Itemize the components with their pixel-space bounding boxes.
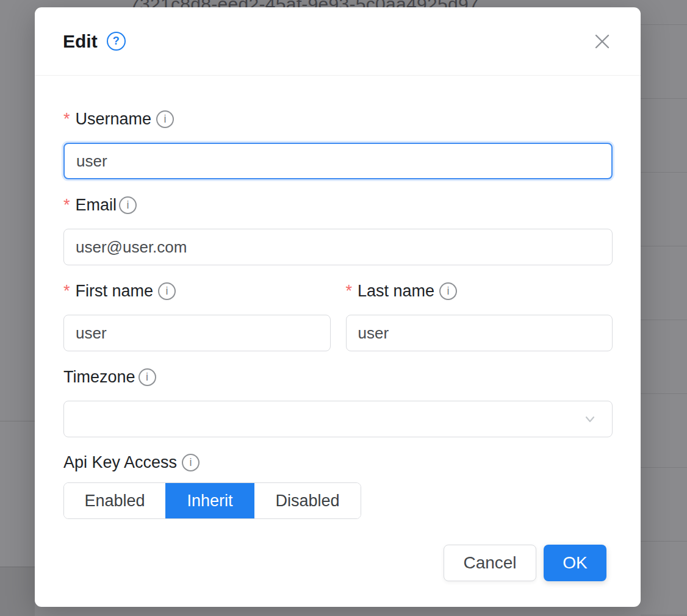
username-label: * Username i (63, 110, 613, 128)
required-marker: * (346, 283, 353, 299)
email-label-text: Email (76, 197, 117, 213)
email-input[interactable] (63, 229, 613, 265)
first-name-column: * First name i (63, 282, 331, 368)
cancel-button[interactable]: Cancel (444, 545, 536, 581)
info-icon[interactable]: i (439, 282, 457, 300)
last-name-input[interactable] (346, 315, 613, 351)
backdrop-row-divider (0, 421, 35, 421)
required-marker: * (63, 283, 70, 299)
api-key-access-label-text: Api Key Access (63, 454, 177, 471)
timezone-select[interactable] (63, 401, 613, 437)
required-marker: * (63, 197, 70, 213)
timezone-label-text: Timezone (63, 369, 135, 385)
last-name-column: * Last name i (346, 282, 613, 368)
first-name-input[interactable] (63, 315, 331, 351)
name-fields-row: * First name i * Last name i (63, 282, 613, 368)
info-icon[interactable]: i (119, 196, 137, 214)
dialog-header: Edit ? (35, 7, 641, 76)
required-marker: * (63, 111, 70, 127)
first-name-label: * First name i (63, 282, 331, 300)
dialog-title: Edit (63, 31, 98, 52)
segment-inherit[interactable]: Inherit (165, 483, 254, 518)
chevron-down-icon (581, 410, 599, 428)
timezone-label: Timezone i (63, 368, 613, 386)
info-icon[interactable]: i (182, 454, 200, 471)
edit-user-dialog: Edit ? * Username i * Email i * (35, 7, 641, 607)
api-key-access-label: Api Key Access i (63, 454, 613, 471)
username-input[interactable] (63, 143, 613, 179)
last-name-label-text: Last name (358, 283, 434, 299)
segment-disabled[interactable]: Disabled (254, 483, 361, 518)
info-icon[interactable]: i (156, 110, 174, 128)
last-name-label: * Last name i (346, 282, 613, 300)
api-key-access-segmented: Enabled Inherit Disabled (63, 482, 361, 519)
help-icon[interactable]: ? (107, 32, 126, 51)
username-label-text: Username (76, 111, 152, 127)
email-label: * Email i (63, 196, 613, 214)
info-icon[interactable]: i (138, 368, 156, 386)
segment-enabled[interactable]: Enabled (64, 483, 165, 518)
close-icon (593, 32, 611, 51)
ok-button[interactable]: OK (544, 545, 606, 581)
dialog-footer: Cancel OK (63, 545, 613, 581)
info-icon[interactable]: i (158, 282, 176, 300)
backdrop-table-rows (641, 0, 687, 616)
close-button[interactable] (591, 30, 614, 53)
first-name-label-text: First name (76, 283, 154, 299)
backdrop-footer-band (0, 567, 35, 616)
dialog-body: * Username i * Email i * First name i (35, 76, 641, 581)
